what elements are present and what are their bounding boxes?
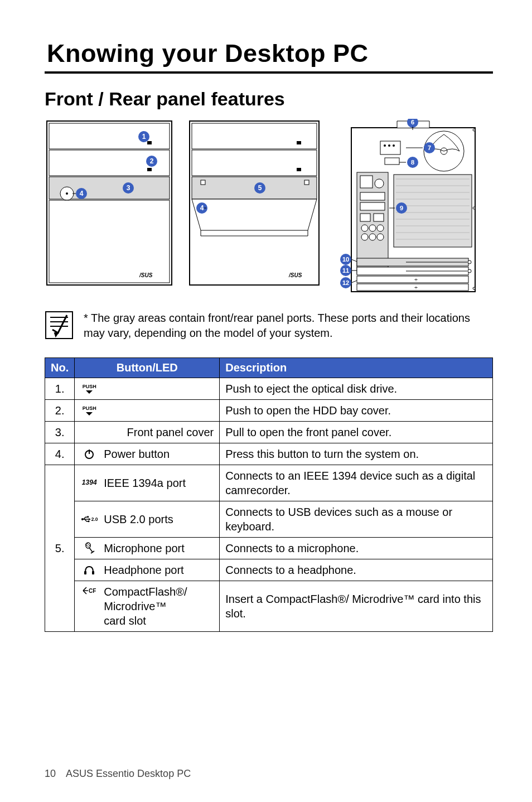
table-row: Headphone port Connects to a headphone. [45, 559, 493, 581]
row-num: 3. [45, 422, 75, 443]
svg-rect-76 [357, 276, 468, 283]
table-row: CF CompactFlash®/ Microdrive™ card slot … [45, 581, 493, 632]
svg-point-57 [369, 234, 376, 240]
note-text: * The gray areas contain front/rear pane… [84, 311, 493, 341]
row-label: CompactFlash®/ Microdrive™ card slot [104, 584, 187, 628]
svg-rect-2 [147, 141, 152, 144]
table-row: 2.0 USB 2.0 ports Connects to USB device… [45, 501, 493, 538]
svg-rect-112 [87, 516, 89, 518]
power-icon [80, 448, 98, 460]
svg-text:7: 7 [428, 144, 431, 151]
svg-point-80 [473, 129, 475, 131]
svg-point-72 [468, 260, 471, 264]
svg-point-56 [361, 234, 368, 240]
svg-rect-49 [360, 192, 385, 200]
svg-rect-25 [201, 180, 205, 185]
svg-point-48 [375, 179, 384, 188]
svg-rect-47 [360, 176, 373, 188]
svg-text:/SUS: /SUS [139, 272, 153, 278]
svg-rect-22 [192, 150, 317, 176]
svg-line-119 [89, 548, 93, 552]
row-num: 4. [45, 443, 75, 465]
svg-text:4: 4 [80, 190, 84, 197]
front-panel-open: /SUS 5 4 [187, 119, 321, 287]
push-icon: PUSH [80, 384, 98, 394]
svg-point-42 [384, 144, 386, 147]
table-row: 2. PUSH Push to open the HDD bay cover. [45, 400, 493, 422]
note-row: * The gray areas contain front/rear pane… [45, 311, 493, 341]
svg-text:2.0: 2.0 [91, 516, 98, 522]
svg-rect-23 [297, 168, 301, 171]
note-icon [45, 311, 74, 340]
row-label: Power button [104, 447, 170, 461]
row-label: Front panel cover [75, 422, 220, 443]
compactflash-icon: CF [80, 584, 98, 596]
rear-panel: ÷ ÷ 6 7 8 9 10 11 12 [335, 119, 480, 295]
svg-text:11: 11 [342, 267, 349, 274]
svg-point-116 [86, 543, 90, 548]
row-desc: Connects to a headphone. [220, 559, 493, 581]
th-desc: Description [220, 358, 493, 378]
svg-rect-104 [46, 312, 72, 339]
row-label: USB 2.0 ports [104, 512, 173, 526]
section-title: Front / Rear panel features [45, 88, 493, 110]
row-desc: Pull to open the front panel cover. [220, 422, 493, 443]
svg-text:÷: ÷ [414, 277, 418, 283]
svg-text:12: 12 [342, 279, 349, 286]
svg-point-7 [66, 192, 68, 195]
svg-rect-121 [84, 571, 86, 574]
svg-point-43 [388, 144, 390, 147]
svg-text:2: 2 [150, 157, 154, 165]
svg-point-54 [369, 225, 376, 231]
diagram-row: /SUS 1 2 3 4 /SUS 5 4 [45, 119, 493, 295]
svg-rect-20 [192, 123, 317, 149]
row-desc: Push to open the HDD bay cover. [220, 400, 493, 422]
svg-text:8: 8 [411, 159, 414, 166]
svg-text:CF: CF [89, 588, 96, 594]
svg-point-82 [473, 287, 475, 289]
svg-rect-52 [374, 214, 384, 221]
table-row: 3. Front panel cover Pull to open the fr… [45, 422, 493, 443]
svg-text:10: 10 [342, 256, 349, 263]
row-desc: Connects to an IEEE 1394 device such as … [220, 465, 493, 501]
svg-point-58 [377, 234, 384, 240]
table-row: Microphone port Connects to a microphone… [45, 538, 493, 559]
svg-rect-26 [304, 180, 309, 185]
table-row: 5. 1394 IEEE 1394a port Connects to an I… [45, 465, 493, 501]
svg-rect-50 [360, 202, 385, 210]
table-row: 1. PUSH Push to eject the optical disk d… [45, 378, 493, 400]
page-number: 10 [45, 768, 56, 779]
row-num: 2. [45, 400, 75, 422]
front-panel-closed: /SUS 1 2 3 4 [45, 119, 174, 287]
svg-point-81 [473, 207, 475, 209]
svg-point-44 [393, 144, 395, 147]
page-footer: 10 ASUS Essentio Desktop PC [45, 768, 191, 780]
svg-text:6: 6 [411, 119, 414, 125]
svg-rect-122 [92, 571, 94, 574]
svg-text:1: 1 [142, 133, 146, 141]
svg-rect-45 [385, 158, 399, 165]
svg-rect-51 [360, 214, 370, 221]
row-num: 5. [45, 465, 75, 632]
svg-rect-8 [49, 200, 170, 283]
svg-rect-21 [297, 141, 301, 144]
row-num: 1. [45, 378, 75, 400]
microphone-icon [80, 542, 98, 554]
row-label: IEEE 1394a port [104, 476, 186, 490]
product-name: ASUS Essentio Desktop PC [66, 768, 191, 779]
svg-text:/SUS: /SUS [288, 272, 302, 278]
th-btn: Button/LED [75, 358, 220, 378]
svg-rect-1 [49, 123, 170, 149]
row-label: Microphone port [104, 541, 185, 555]
push-icon: PUSH [80, 405, 98, 416]
svg-text:5: 5 [258, 184, 262, 192]
svg-point-75 [468, 269, 471, 273]
svg-text:9: 9 [400, 205, 403, 211]
features-table: No. Button/LED Description 1. PUSH Push … [45, 357, 493, 632]
row-desc: Connects to a microphone. [220, 538, 493, 559]
svg-line-120 [91, 551, 94, 553]
svg-rect-4 [147, 168, 152, 171]
row-desc: Insert a CompactFlash®/ Microdrive™ card… [220, 581, 493, 632]
row-desc: Push to eject the optical disk drive. [220, 378, 493, 400]
svg-rect-41 [380, 141, 400, 154]
